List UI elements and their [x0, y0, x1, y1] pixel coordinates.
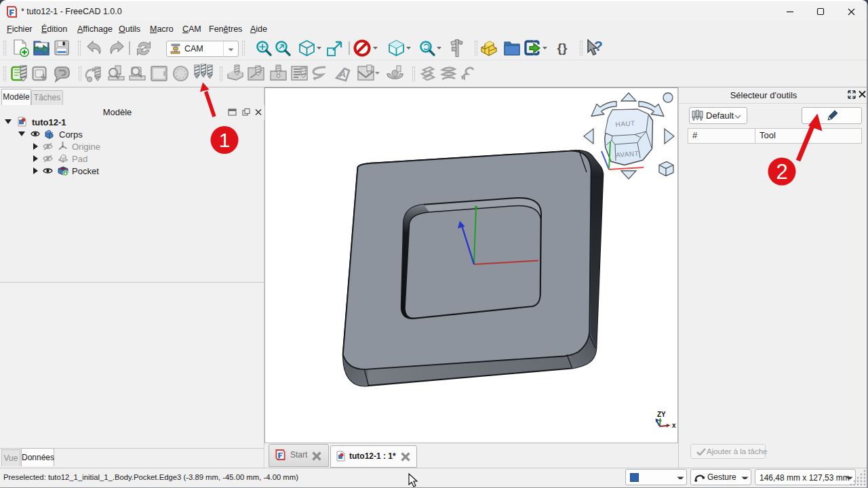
svg-text:HAUT: HAUT: [615, 119, 635, 128]
svg-text:x: x: [672, 422, 676, 429]
svg-text:ZY: ZY: [657, 411, 666, 418]
svg-text:A: A: [338, 68, 346, 79]
svg-text:1: 1: [219, 129, 231, 151]
svg-text:2: 2: [776, 160, 787, 184]
